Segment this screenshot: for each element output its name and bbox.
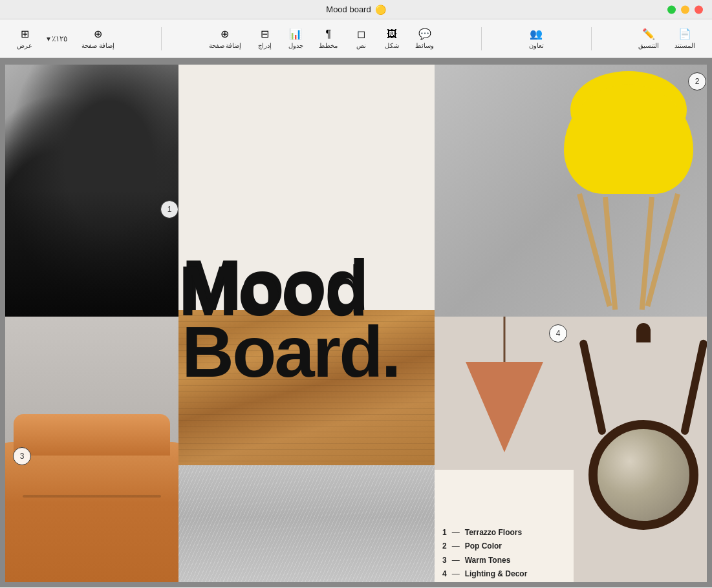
cell-center [178,65,435,582]
shape-icon: ◻ [357,28,365,40]
mirror-hanger [636,323,651,342]
center-top [178,65,435,317]
view-label: عرض [17,42,32,49]
legend-item-1: 1 — Terrazzo Floors [442,526,527,540]
toolbar-format-btn[interactable]: ✏️ التنسيق [632,25,665,52]
cell-right: 1 — Terrazzo Floors 2 — Pop Color 3 — Wa… [435,317,707,582]
badge-2: 2 [688,72,706,90]
document-icon: 📄 [678,28,691,40]
cell-yellow-chair: 2 [435,65,707,317]
legend-num-3: 3 [442,554,447,568]
legend-dash-3: — [452,554,460,568]
zoom-chevron-icon: ▾ [47,34,50,43]
cell-lamp-legend: 1 — Terrazzo Floors 2 — Pop Color 3 — Wa… [435,317,574,582]
title-text: Mood board [326,5,371,14]
traffic-lights [667,5,703,14]
separator-3 [161,27,162,50]
collaborate-label: تعاون [529,42,544,49]
badge-4: 4 [549,324,567,342]
lamp-shade [466,362,543,452]
legend-label-3: Warm Tones [465,554,511,568]
canvas-area: 1 Mood [0,58,712,587]
badge-1: 1 [160,200,178,218]
legend-num-2: 2 [442,540,447,554]
toolbar-text-btn[interactable]: ¶ مخطط [312,26,344,52]
toolbar-chart-btn[interactable]: 📊 جدول [281,25,310,52]
maximize-button[interactable] [667,5,676,14]
legend-label-4: Lighting & Decor [465,567,528,582]
mirror-strap-left [579,339,607,436]
separator-1 [591,27,592,50]
toolbar-right-group: 📄 المستند ✏️ التنسيق [632,25,702,52]
toolbar-table-btn[interactable]: ⊟ إدراج [250,25,279,52]
lamp-cord [503,317,505,362]
cell-chair: 1 [5,65,178,317]
toolbar-comment-btn[interactable]: 💬 وسائط [409,25,440,52]
view-icon: ⊞ [21,28,29,40]
mirror-glass [588,420,698,530]
text-icon: ¶ [326,28,332,40]
toolbar-collaborate-btn[interactable]: 👥 تعاون [522,25,550,52]
comment-label: وسائط [415,42,434,49]
media-icon: 🖼 [387,28,397,40]
insert-label: إضافة صفحة [209,42,242,49]
legend-dash-4: — [452,567,460,582]
toolbar-collaborate-group: 👥 تعاون [522,25,550,52]
chart-label: جدول [288,42,303,49]
legend-dash-1: — [452,526,460,540]
separator-2 [481,27,482,50]
legend-item-3: 3 — Warm Tones [442,554,527,568]
toolbar-insert-group: 💬 وسائط 🖼 شكل ◻ نص ¶ مخطط 📊 جدول ⊟ إدراج… [202,25,441,52]
legend-item-2: 2 — Pop Color [442,540,527,554]
legend-num-4: 4 [442,567,447,582]
toolbar-insert-btn[interactable]: ⊕ إضافة صفحة [202,25,248,52]
yellow-chair [557,71,700,310]
title-emoji: 🟡 [375,5,386,15]
document-label: المستند [674,42,695,49]
add-page-label: إضافة صفحة [81,42,114,49]
wood-lines [178,310,435,465]
cell-sofa: 3 [5,317,178,582]
title-bar: Mood board 🟡 [0,0,712,19]
legend-item-4: 4 — Lighting & Decor [442,567,527,582]
toolbar-shape-btn[interactable]: ◻ نص [347,25,375,52]
toolbar-add-page-btn[interactable]: ⊕ إضافة صفحة [75,25,121,52]
sofa-back [14,414,169,456]
comment-icon: 💬 [418,28,431,40]
format-label: التنسيق [638,42,659,49]
media-label: شكل [385,42,399,49]
wood-section [178,310,435,465]
minimize-button[interactable] [681,5,689,14]
badge-1-text: 1 [167,205,172,214]
table-icon: ⊟ [261,28,269,40]
toolbar-view-group: ⊕ إضافة صفحة ١٢٥٪ ▾ ⊞ عرض [10,25,121,52]
toolbar-view-btn[interactable]: ⊞ عرض [10,25,39,52]
cell-mirror [574,317,707,582]
toolbar: 📄 المستند ✏️ التنسيق 👥 تعاون 💬 وسائط 🖼 ش… [0,19,712,58]
badge-3-text: 3 [20,452,25,461]
sofa-cushion-line [23,495,161,498]
zoom-label: ١٢٥٪ [52,34,67,43]
format-icon: ✏️ [642,28,655,40]
mirror-strap-right [680,339,707,436]
legend: 1 — Terrazzo Floors 2 — Pop Color 3 — Wa… [442,526,527,582]
document-page: 1 Mood [5,65,707,582]
window-title: Mood board 🟡 [326,5,385,15]
collaborate-icon: 👥 [530,28,543,40]
add-page-icon: ⊕ [94,28,102,40]
badge-3: 3 [13,447,31,465]
legend-dash-2: — [452,540,460,554]
badge-2-text: 2 [695,77,700,86]
insert-icon: ⊕ [221,28,229,40]
badge-4-text: 4 [556,329,561,338]
close-button[interactable] [695,5,703,14]
shape-label: نص [356,42,366,49]
chair-shadow [5,191,178,317]
legend-label-2: Pop Color [465,540,502,554]
toolbar-media-btn[interactable]: 🖼 شكل [378,26,406,52]
sofa-body [5,442,178,583]
legend-num-1: 1 [442,526,447,540]
zoom-control[interactable]: ١٢٥٪ ▾ [41,32,72,46]
legend-label-1: Terrazzo Floors [465,526,522,540]
toolbar-document-btn[interactable]: 📄 المستند [668,25,702,52]
